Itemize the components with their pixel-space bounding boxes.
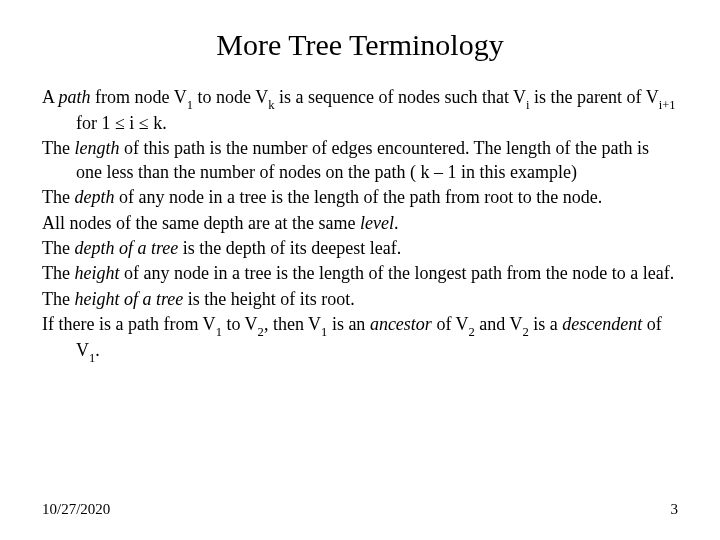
para-length: The length of this path is the number of… — [42, 137, 678, 184]
text: The — [42, 138, 74, 158]
text: If there is a path from V — [42, 314, 216, 334]
sub: 1 — [216, 325, 222, 339]
text: is a — [529, 314, 563, 334]
para-level: All nodes of the same depth are at the s… — [42, 212, 678, 235]
para-ancestor: If there is a path from V1 to V2, then V… — [42, 313, 678, 365]
footer-page-number: 3 — [671, 501, 679, 518]
text: . — [95, 340, 100, 360]
text: The — [42, 289, 74, 309]
para-height-tree: The height of a tree is the height of it… — [42, 288, 678, 311]
text: is the parent of V — [530, 87, 659, 107]
para-height: The height of any node in a tree is the … — [42, 262, 678, 285]
text: is the depth of its deepest leaf. — [178, 238, 401, 258]
para-path: A path from node V1 to node Vk is a sequ… — [42, 86, 678, 135]
text: of any node in a tree is the length of t… — [114, 187, 602, 207]
sub: 1 — [89, 351, 95, 365]
text: . — [394, 213, 399, 233]
text: of V — [432, 314, 469, 334]
sub: 1 — [321, 325, 327, 339]
term-ancestor: ancestor — [370, 314, 432, 334]
sub: i+1 — [659, 98, 676, 112]
term-length: length — [74, 138, 119, 158]
text: The — [42, 187, 74, 207]
text: All nodes of the same depth are at the s… — [42, 213, 360, 233]
para-depth: The depth of any node in a tree is the l… — [42, 186, 678, 209]
slide: More Tree Terminology A path from node V… — [0, 0, 720, 540]
sub: 2 — [258, 325, 264, 339]
text: to V — [222, 314, 258, 334]
text: for 1 ≤ i ≤ k. — [76, 113, 167, 133]
sub: 2 — [469, 325, 475, 339]
footer: 10/27/2020 3 — [42, 501, 678, 518]
term-depth-tree: depth of a tree — [74, 238, 178, 258]
sub: i — [526, 98, 530, 112]
para-depth-tree: The depth of a tree is the depth of its … — [42, 237, 678, 260]
slide-body: A path from node V1 to node Vk is a sequ… — [42, 86, 678, 365]
text: is a sequence of nodes such that V — [274, 87, 526, 107]
sub: k — [268, 98, 274, 112]
term-height-tree: height of a tree — [74, 289, 183, 309]
text: The — [42, 263, 74, 283]
term-height: height — [74, 263, 119, 283]
term-level: level — [360, 213, 394, 233]
term-descendent: descendent — [562, 314, 642, 334]
text: is an — [327, 314, 370, 334]
text: to node V — [193, 87, 268, 107]
term-depth: depth — [74, 187, 114, 207]
text: , then V — [264, 314, 321, 334]
sub: 2 — [523, 325, 529, 339]
text: of any node in a tree is the length of t… — [119, 263, 674, 283]
sub: 1 — [187, 98, 193, 112]
term-path: path — [59, 87, 91, 107]
text: is the height of its root. — [183, 289, 354, 309]
footer-date: 10/27/2020 — [42, 501, 110, 518]
text: The — [42, 238, 74, 258]
text: and V — [475, 314, 523, 334]
text: A — [42, 87, 59, 107]
text: from node V — [91, 87, 187, 107]
text: of this path is the number of edges enco… — [76, 138, 649, 181]
slide-title: More Tree Terminology — [42, 28, 678, 62]
